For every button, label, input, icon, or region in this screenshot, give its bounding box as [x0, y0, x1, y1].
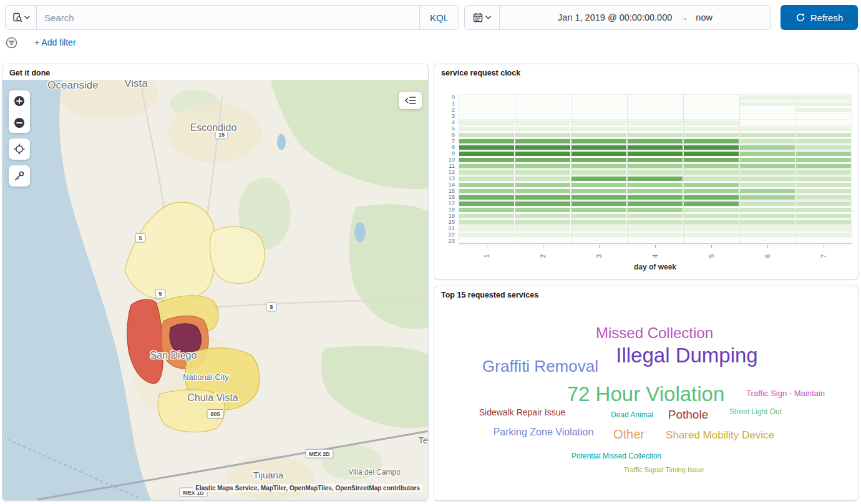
heatmap-cell[interactable] [628, 195, 683, 200]
heatmap-cell[interactable] [796, 164, 851, 168]
heatmap-cell[interactable] [459, 114, 514, 119]
heatmap-cell[interactable] [515, 108, 570, 112]
tag-cloud-word[interactable]: Sidewalk Repair Issue [479, 407, 566, 417]
heatmap-cell[interactable] [459, 108, 514, 112]
choropleth-region[interactable] [170, 324, 201, 354]
tag-cloud-word[interactable]: Traffic Signal Timing Issue [624, 466, 704, 473]
heatmap-cell[interactable] [459, 139, 514, 143]
heatmap-cell[interactable] [740, 95, 795, 100]
heatmap-cell[interactable] [459, 102, 514, 106]
heatmap-cell[interactable] [740, 220, 795, 225]
heatmap-cell[interactable] [796, 195, 851, 200]
heatmap-cell[interactable] [628, 114, 683, 119]
heatmap-cell[interactable] [740, 239, 795, 243]
heatmap-cell[interactable] [684, 127, 739, 131]
heatmap-cell[interactable] [796, 233, 851, 237]
heatmap-cell[interactable] [459, 145, 514, 150]
heatmap-cell[interactable] [572, 102, 626, 106]
heatmap-cell[interactable] [740, 177, 795, 181]
heatmap-cell[interactable] [515, 239, 570, 243]
heatmap-cell[interactable] [796, 239, 851, 243]
heatmap-cell[interactable] [515, 133, 570, 137]
add-filter-button[interactable]: + Add filter [34, 37, 76, 47]
heatmap-cell[interactable] [796, 139, 851, 143]
heatmap-cell[interactable] [740, 108, 795, 112]
date-quick-menu-button[interactable] [465, 6, 500, 29]
heatmap-cell[interactable] [515, 208, 570, 212]
tag-cloud-word[interactable]: Parking Zone Violation [494, 427, 594, 438]
heatmap-cell[interactable] [572, 152, 626, 156]
search-input[interactable] [37, 6, 419, 29]
draw-tools-button[interactable] [9, 165, 30, 187]
heatmap-cell[interactable] [572, 108, 626, 112]
heatmap-cell[interactable] [740, 214, 795, 218]
heatmap-cell[interactable] [515, 220, 570, 225]
end-date-button[interactable]: now [696, 12, 713, 22]
heatmap-cell[interactable] [515, 214, 570, 218]
heatmap-cell[interactable] [684, 114, 739, 119]
choropleth-region[interactable] [210, 226, 265, 283]
tag-cloud-word[interactable]: Missed Collection [596, 324, 713, 342]
heatmap-cell[interactable] [684, 183, 739, 187]
heatmap-cell[interactable] [740, 145, 795, 150]
heatmap-cell[interactable] [572, 158, 626, 162]
heatmap-cell[interactable] [515, 114, 570, 119]
heatmap-cell[interactable] [572, 139, 626, 143]
heatmap-cell[interactable] [459, 208, 514, 212]
heatmap-cell[interactable] [796, 133, 851, 137]
heatmap-cell[interactable] [684, 102, 739, 106]
heatmap-cell[interactable] [628, 108, 683, 112]
map-attribution[interactable]: Elastic Maps Service, MapTiler, OpenMapT… [193, 484, 422, 492]
heatmap-cell[interactable] [459, 152, 514, 156]
heatmap-cell[interactable] [628, 233, 683, 237]
heatmap-cell[interactable] [628, 201, 683, 206]
saved-query-menu-button[interactable] [6, 6, 37, 29]
heatmap-cell[interactable] [515, 102, 570, 106]
heatmap-cell[interactable] [796, 120, 851, 125]
zoom-out-button[interactable] [9, 112, 30, 133]
heatmap-cell[interactable] [572, 233, 626, 237]
heatmap-cell[interactable] [628, 220, 683, 225]
kql-button[interactable]: KQL [419, 6, 459, 29]
heatmap-cell[interactable] [459, 120, 514, 125]
heatmap-cell[interactable] [515, 195, 570, 200]
heatmap-cell[interactable] [796, 170, 851, 175]
heatmap-cell[interactable] [459, 177, 514, 181]
heatmap-cell[interactable] [572, 164, 626, 168]
fit-to-data-button[interactable] [9, 138, 30, 160]
heatmap-cell[interactable] [740, 201, 795, 206]
tag-cloud-word[interactable]: Shared Mobility Device [666, 429, 774, 442]
heatmap-cell[interactable] [796, 189, 851, 193]
heatmap-cell[interactable] [515, 158, 570, 162]
filter-options-button[interactable] [5, 36, 18, 49]
heatmap-cell[interactable] [515, 189, 570, 193]
heatmap-cell[interactable] [572, 189, 626, 193]
start-date-button[interactable]: Jan 1, 2019 @ 00:00:00.000 [558, 12, 672, 22]
heatmap-cell[interactable] [684, 208, 739, 212]
map-canvas[interactable]: 15558805MEX 2DMEX 1D OceansideVistaEscon… [2, 80, 428, 500]
heatmap-cell[interactable] [684, 189, 739, 193]
tag-cloud-word[interactable]: Other [613, 427, 645, 442]
heatmap-cell[interactable] [796, 214, 851, 218]
heatmap-cell[interactable] [740, 183, 795, 187]
heatmap-cell[interactable] [459, 233, 514, 237]
heatmap-cell[interactable] [740, 226, 795, 231]
heatmap-cell[interactable] [515, 95, 570, 100]
heatmap-cell[interactable] [684, 95, 739, 100]
tag-cloud-word[interactable]: Graffiti Removal [482, 357, 598, 376]
heatmap-cell[interactable] [515, 183, 570, 187]
heatmap-cell[interactable] [628, 120, 683, 125]
heatmap-cell[interactable] [796, 127, 851, 131]
heatmap-cell[interactable] [459, 158, 514, 162]
heatmap-cell[interactable] [684, 214, 739, 218]
heatmap-cell[interactable] [628, 177, 683, 181]
heatmap-cell[interactable] [515, 120, 570, 125]
heatmap-cell[interactable] [572, 120, 626, 125]
tag-cloud-word[interactable]: Street Light Out [729, 407, 782, 416]
heatmap-cell[interactable] [684, 226, 739, 231]
heatmap-cell[interactable] [684, 195, 739, 200]
heatmap-cell[interactable] [796, 95, 851, 100]
heatmap-cell[interactable] [740, 158, 795, 162]
heatmap-cell[interactable] [628, 164, 683, 168]
tag-cloud-word[interactable]: Dead Animal [611, 410, 653, 419]
